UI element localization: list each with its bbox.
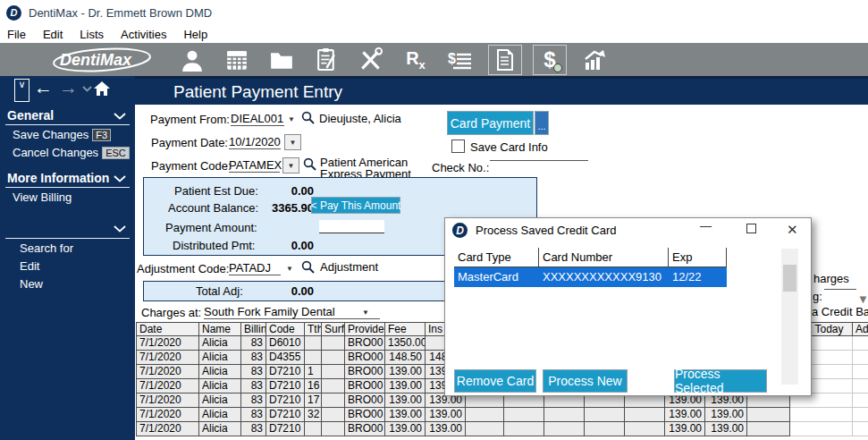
grid-cell[interactable]: 139.00 bbox=[385, 393, 426, 408]
grid-cell[interactable]: BRO00 bbox=[345, 422, 385, 436]
folder-icon[interactable] bbox=[259, 45, 304, 75]
grid-cell[interactable]: 1 bbox=[305, 365, 322, 379]
sidebar-section-collapsed[interactable] bbox=[0, 215, 135, 238]
grid-cell[interactable]: Alicia bbox=[199, 379, 241, 393]
sidebar-item-cancel-changes[interactable]: Cancel ChangesESC bbox=[0, 143, 135, 161]
grid-cell[interactable]: D7210 bbox=[266, 379, 305, 393]
grid-cell[interactable] bbox=[466, 422, 504, 436]
table-row[interactable]: 7/1/2020Alicia83D7210BRO00139.00139.0013… bbox=[137, 422, 868, 436]
grid-cell[interactable]: 139.00 bbox=[705, 408, 747, 422]
grid-cell[interactable]: 139.00 bbox=[385, 408, 426, 422]
grid-cell[interactable]: 17 bbox=[305, 393, 322, 408]
sidebar-section-more-information[interactable]: More Information bbox=[0, 168, 135, 187]
save-card-info-checkbox[interactable] bbox=[451, 140, 465, 153]
payment-amount-input[interactable] bbox=[319, 220, 384, 233]
sidebar-item-save-changes[interactable]: Save ChangesF3 bbox=[0, 125, 135, 143]
grid-cell[interactable] bbox=[853, 351, 868, 365]
minimize-icon[interactable]: — bbox=[700, 219, 712, 233]
schedule-calendar-icon[interactable] bbox=[215, 45, 259, 75]
sidebar-item-new[interactable]: New bbox=[0, 275, 135, 292]
grid-cell[interactable] bbox=[853, 379, 868, 393]
history-chevron-icon[interactable] bbox=[82, 86, 92, 92]
grid-cell[interactable]: 83 bbox=[241, 393, 266, 408]
grid-cell[interactable] bbox=[625, 422, 665, 436]
adjustment-search-icon[interactable] bbox=[301, 260, 315, 274]
grid-cell[interactable] bbox=[322, 336, 345, 351]
card-payment-button[interactable]: Card Payment bbox=[447, 111, 534, 135]
grid-cell[interactable] bbox=[322, 379, 345, 393]
charges-at-dropdown-icon[interactable]: ▼ bbox=[362, 309, 369, 317]
grid-cell[interactable] bbox=[305, 336, 322, 351]
grid-cell[interactable] bbox=[322, 393, 345, 408]
ledger-icon[interactable]: $ bbox=[438, 45, 483, 75]
pin-panel-icon[interactable]: ∨ bbox=[14, 79, 29, 102]
maximize-icon[interactable] bbox=[746, 224, 756, 233]
grid-cell[interactable]: BRO00 bbox=[345, 393, 385, 408]
dialog-scrollbar[interactable] bbox=[781, 249, 798, 385]
sidebar-item-search-for[interactable]: Search for bbox=[0, 239, 135, 257]
forward-arrow-icon[interactable]: → bbox=[59, 77, 78, 98]
adjustment-code-value[interactable]: PATADJ bbox=[229, 261, 281, 275]
adjustment-code-dropdown-icon[interactable]: ▼ bbox=[286, 265, 293, 273]
grid-cell[interactable]: 139.00 bbox=[426, 408, 466, 422]
grid-cell[interactable]: BRO00 bbox=[345, 365, 385, 379]
grid-cell[interactable] bbox=[504, 422, 544, 436]
grid-cell[interactable] bbox=[747, 408, 790, 422]
grid-cell[interactable]: D7210 bbox=[266, 365, 305, 379]
grid-cell[interactable]: 1350.00 bbox=[385, 336, 426, 351]
grid-cell[interactable] bbox=[853, 365, 868, 379]
grid-cell[interactable]: Alicia bbox=[199, 408, 241, 422]
home-icon[interactable] bbox=[93, 80, 111, 97]
dental-tools-icon[interactable] bbox=[349, 45, 393, 75]
saved-card-cell[interactable]: 12/22 bbox=[669, 267, 727, 287]
payment-date-value[interactable]: 10/1/2020 bbox=[229, 135, 281, 149]
payment-date-dropdown-icon[interactable]: ▼ bbox=[284, 134, 301, 150]
card-payment-more-button[interactable]: ... bbox=[535, 111, 549, 135]
payment-from-value[interactable]: DIEAL001 bbox=[231, 112, 284, 126]
pay-this-amount-button[interactable]: < Pay This Amount bbox=[311, 197, 400, 214]
grid-cell[interactable]: D7210 bbox=[266, 408, 305, 422]
grid-cell[interactable]: 83 bbox=[241, 351, 266, 365]
grid-cell[interactable] bbox=[625, 408, 665, 422]
payment-from-dropdown-icon[interactable]: ▼ bbox=[288, 115, 295, 123]
sidebar-item-view-billing[interactable]: View Billing bbox=[0, 188, 135, 206]
table-row[interactable]: 7/1/2020Alicia83D721032BRO00139.00139.00… bbox=[137, 408, 868, 422]
grid-cell[interactable] bbox=[322, 365, 345, 379]
grid-cell[interactable]: Alicia bbox=[199, 393, 241, 408]
grid-cell[interactable] bbox=[585, 408, 625, 422]
saved-card-cell[interactable]: MasterCard bbox=[454, 267, 539, 287]
grid-cell[interactable]: 83 bbox=[241, 422, 266, 436]
grid-cell[interactable]: 7/1/2020 bbox=[137, 336, 199, 351]
document-icon[interactable] bbox=[488, 45, 522, 75]
grid-cell[interactable]: 32 bbox=[305, 408, 322, 422]
grid-cell[interactable] bbox=[853, 336, 868, 351]
grid-cell[interactable]: BRO00 bbox=[345, 379, 385, 393]
grid-cell[interactable]: 16 bbox=[305, 379, 322, 393]
payment-code-value[interactable]: PATAMEX bbox=[229, 158, 280, 173]
patient-icon[interactable] bbox=[170, 45, 215, 75]
grid-cell[interactable] bbox=[853, 408, 868, 422]
process-new-button[interactable]: Process New bbox=[543, 369, 628, 393]
grid-cell[interactable] bbox=[322, 422, 345, 436]
grid-cell[interactable]: BRO00 bbox=[345, 408, 385, 422]
grid-cell[interactable]: 83 bbox=[241, 408, 266, 422]
grid-cell[interactable] bbox=[504, 408, 544, 422]
grid-cell[interactable] bbox=[585, 422, 625, 436]
clipboard-icon[interactable] bbox=[304, 45, 349, 75]
grid-cell[interactable]: 7/1/2020 bbox=[137, 379, 199, 393]
grid-cell[interactable]: D6010 bbox=[266, 336, 305, 351]
grid-cell[interactable]: Alicia bbox=[199, 351, 241, 365]
grid-cell[interactable] bbox=[747, 422, 790, 436]
rx-icon[interactable]: Rx bbox=[393, 45, 438, 75]
grid-cell[interactable] bbox=[322, 351, 345, 365]
grid-cell[interactable]: 139.00 bbox=[385, 365, 426, 379]
menu-item-activities[interactable]: Activities bbox=[121, 28, 166, 41]
grid-cell[interactable]: 83 bbox=[241, 379, 266, 393]
dialog-titlebar[interactable]: D Process Saved Credit Card — ✕ bbox=[445, 218, 811, 242]
saved-card-cell[interactable]: XXXXXXXXXXXX9130 bbox=[539, 267, 669, 287]
grid-cell[interactable]: Alicia bbox=[199, 422, 241, 436]
close-icon[interactable]: ✕ bbox=[787, 222, 798, 238]
grid-cell[interactable] bbox=[790, 422, 853, 436]
grid-cell[interactable]: 7/1/2020 bbox=[137, 408, 199, 422]
grid-cell[interactable]: 139.00 bbox=[665, 408, 705, 422]
